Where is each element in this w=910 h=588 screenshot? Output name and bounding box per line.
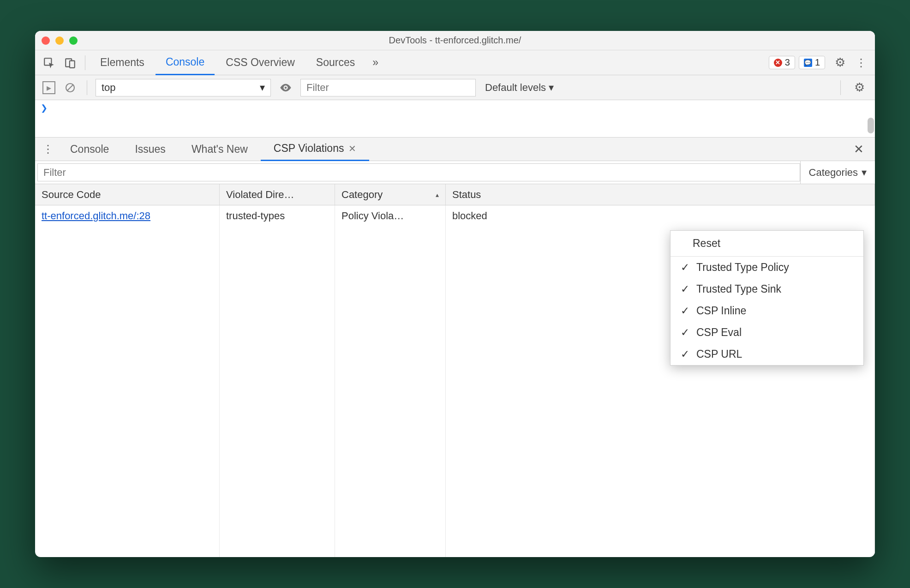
message-count-badge[interactable]: 💬 1 — [799, 56, 825, 69]
separator — [85, 55, 85, 70]
th-source[interactable]: Source Code — [35, 184, 220, 205]
chevron-down-icon: ▾ — [260, 82, 265, 94]
devtools-window: DevTools - tt-enforced.glitch.me/ Elemen… — [35, 31, 875, 557]
dropdown-option[interactable]: ✓Trusted Type Sink — [671, 278, 863, 300]
drawer-tab-issues[interactable]: Issues — [122, 137, 178, 161]
dropdown-option[interactable]: ✓CSP URL — [671, 343, 863, 365]
settings-icon[interactable]: ⚙ — [830, 53, 850, 73]
check-icon: ✓ — [681, 261, 690, 274]
console-settings-icon[interactable]: ⚙ — [849, 78, 869, 98]
check-icon: ✓ — [681, 283, 690, 295]
error-count: 3 — [785, 57, 790, 68]
dropdown-option[interactable]: ✓CSP Eval — [671, 322, 863, 343]
th-category[interactable]: Category — [335, 184, 446, 205]
check-icon: ✓ — [681, 305, 690, 317]
drawer-tabs: ⋮ Console Issues What's New CSP Violatio… — [35, 137, 875, 161]
csp-filter-row: Categories ▾ — [35, 161, 875, 184]
categories-dropdown: Reset ✓Trusted Type Policy ✓Trusted Type… — [670, 230, 864, 366]
sidebar-toggle-icon[interactable]: ▸ — [41, 78, 57, 98]
close-tab-icon[interactable]: ✕ — [348, 143, 356, 154]
svg-rect-2 — [70, 60, 75, 67]
main-tabs: Elements Console CSS Overview Sources » … — [35, 50, 875, 75]
option-label: Trusted Type Sink — [696, 283, 781, 295]
device-toolbar-icon[interactable] — [60, 53, 80, 73]
separator — [840, 80, 841, 95]
scrollbar-thumb[interactable] — [868, 118, 874, 133]
th-directive[interactable]: Violated Dire… — [220, 184, 335, 205]
prompt-caret-icon: ❯ — [35, 100, 875, 116]
check-icon: ✓ — [681, 326, 690, 339]
drawer-tab-label: CSP Violations — [274, 142, 344, 155]
source-link[interactable]: tt-enforced.glitch.me/:28 — [42, 210, 150, 222]
tab-sources[interactable]: Sources — [306, 50, 365, 75]
more-menu-icon[interactable]: ⋮ — [851, 53, 871, 73]
inspect-element-icon[interactable] — [39, 53, 59, 73]
th-status[interactable]: Status — [446, 184, 875, 205]
td-category: Policy Viola… — [335, 205, 446, 227]
dropdown-option[interactable]: ✓CSP Inline — [671, 300, 863, 322]
dropdown-reset[interactable]: Reset — [671, 231, 863, 257]
option-label: Trusted Type Policy — [696, 261, 789, 274]
log-levels-selector[interactable]: Default levels ▾ — [485, 82, 554, 94]
console-output: ❯ — [35, 100, 875, 137]
message-icon: 💬 — [804, 59, 812, 67]
dropdown-option[interactable]: ✓Trusted Type Policy — [671, 257, 863, 278]
option-label: CSP Eval — [696, 326, 742, 339]
td-source: tt-enforced.glitch.me/:28 — [35, 205, 220, 227]
context-value: top — [102, 82, 116, 94]
tab-console[interactable]: Console — [156, 50, 215, 75]
table-row[interactable]: tt-enforced.glitch.me/:28 trusted-types … — [35, 205, 875, 227]
tab-elements[interactable]: Elements — [90, 50, 155, 75]
svg-point-5 — [285, 86, 287, 89]
live-expression-icon[interactable] — [275, 78, 296, 98]
clear-console-icon[interactable] — [62, 78, 78, 98]
check-icon: ✓ — [681, 348, 690, 360]
separator — [87, 80, 87, 95]
context-selector[interactable]: top ▾ — [96, 79, 271, 96]
drawer-tab-csp-violations[interactable]: CSP Violations ✕ — [261, 137, 370, 161]
chevron-down-icon: ▾ — [549, 82, 554, 94]
title-bar: DevTools - tt-enforced.glitch.me/ — [35, 31, 875, 50]
drawer-tab-console[interactable]: Console — [57, 137, 122, 161]
option-label: CSP URL — [696, 348, 742, 360]
categories-label: Categories — [809, 167, 858, 179]
option-label: CSP Inline — [696, 305, 746, 317]
badge-group: ✕ 3 💬 1 — [769, 56, 825, 69]
violations-table: Source Code Violated Dire… Category Stat… — [35, 184, 875, 557]
more-tabs-button[interactable]: » — [366, 50, 385, 75]
td-directive: trusted-types — [220, 205, 335, 227]
console-filter-input[interactable] — [300, 79, 476, 96]
tab-css-overview[interactable]: CSS Overview — [216, 50, 305, 75]
chevron-down-icon: ▾ — [862, 167, 867, 179]
window-title: DevTools - tt-enforced.glitch.me/ — [35, 35, 875, 46]
message-count: 1 — [815, 57, 820, 68]
levels-label: Default levels — [485, 82, 546, 94]
table-header: Source Code Violated Dire… Category Stat… — [35, 184, 875, 205]
categories-dropdown-button[interactable]: Categories ▾ — [800, 161, 875, 184]
error-count-badge[interactable]: ✕ 3 — [769, 56, 795, 69]
console-toolbar: ▸ top ▾ Default levels ▾ ⚙ — [35, 75, 875, 100]
drawer-more-icon[interactable]: ⋮ — [39, 143, 57, 156]
td-status: blocked — [446, 205, 875, 227]
csp-filter-input[interactable] — [37, 163, 800, 181]
error-icon: ✕ — [774, 59, 782, 67]
close-drawer-icon[interactable]: ✕ — [846, 142, 871, 156]
drawer-tab-whats-new[interactable]: What's New — [179, 137, 261, 161]
svg-line-4 — [67, 85, 73, 90]
